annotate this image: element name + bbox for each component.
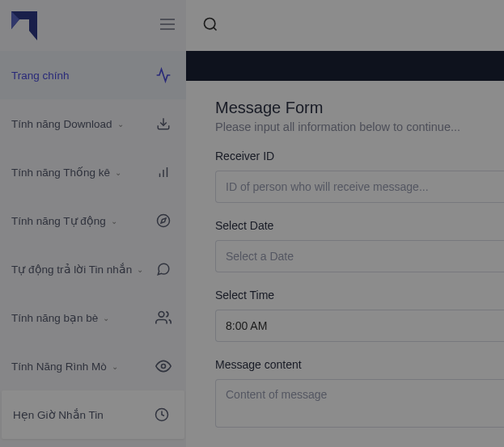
message-icon [155, 261, 172, 277]
sidebar-item-spy[interactable]: Tính Năng Rình Mò⌄ [0, 342, 186, 390]
sidebar-item-label: Tính năng Thống kê [11, 166, 110, 179]
chevron-down-icon: ⌄ [112, 362, 118, 371]
sidebar-item-label: Trang chính [11, 70, 70, 82]
sidebar-item-label: Tính Năng Rình Mò [11, 361, 107, 373]
svg-point-11 [159, 312, 164, 318]
activity-icon [155, 67, 172, 83]
clock-icon [154, 407, 170, 423]
sidebar-item-autoreply[interactable]: Tự động trả lời Tin nhắn⌄ [0, 245, 186, 293]
topbar [186, 0, 504, 51]
sidebar-item-label: Tự động trả lời Tin nhắn [11, 263, 132, 276]
download-icon [155, 116, 172, 132]
sidebar-item-download[interactable]: Tính năng Download⌄ [0, 99, 186, 148]
sidebar-item-home[interactable]: Trang chính [0, 51, 186, 99]
search-icon[interactable] [202, 16, 218, 36]
sidebar-header [0, 0, 186, 51]
header-band [186, 51, 504, 81]
menu-toggle-icon[interactable] [160, 19, 175, 33]
time-label: Select Time [215, 289, 504, 302]
time-input[interactable] [215, 310, 504, 342]
form-subtitle: Please input all information below to co… [215, 120, 504, 133]
sidebar-item-auto[interactable]: Tính năng Tự động⌄ [0, 196, 186, 245]
svg-marker-10 [161, 218, 166, 223]
receiver-input[interactable] [215, 171, 504, 203]
date-label: Select Date [215, 219, 504, 232]
content-input[interactable] [215, 379, 504, 428]
svg-point-14 [205, 18, 215, 28]
sidebar-item-label: Tính năng Tự động [11, 214, 106, 227]
sidebar-item-label: Tính năng Download [11, 118, 112, 130]
app-logo [11, 11, 37, 40]
sidebar-item-label: Tính năng bạn bè [11, 311, 98, 324]
main-content: Message Form Please input all informatio… [186, 0, 504, 447]
svg-point-12 [162, 365, 166, 369]
receiver-label: Receiver ID [215, 150, 504, 162]
users-icon [155, 310, 172, 326]
sidebar-item-label: Hẹn Giờ Nhắn Tin [13, 408, 104, 421]
content-label: Message content [215, 358, 504, 371]
compass-icon [155, 213, 172, 229]
sidebar: Trang chính Tính năng Download⌄ Tính năn… [0, 0, 186, 447]
date-input[interactable] [215, 240, 504, 272]
chevron-down-icon: ⌄ [117, 120, 124, 129]
form-title: Message Form [215, 99, 504, 117]
chevron-down-icon: ⌄ [103, 314, 109, 323]
svg-point-9 [158, 215, 170, 227]
sidebar-item-friends[interactable]: Tính năng bạn bè⌄ [0, 293, 186, 342]
sidebar-item-stats[interactable]: Tính năng Thống kê⌄ [0, 148, 186, 196]
message-form-card: Message Form Please input all informatio… [215, 81, 504, 447]
chevron-down-icon: ⌄ [111, 217, 117, 226]
chevron-down-icon: ⌄ [115, 168, 121, 177]
bar-chart-icon [155, 164, 172, 180]
sidebar-item-schedule[interactable]: Hẹn Giờ Nhắn Tin [2, 390, 184, 439]
eye-icon [155, 358, 172, 374]
chevron-down-icon: ⌄ [137, 265, 143, 274]
svg-line-15 [214, 27, 217, 30]
